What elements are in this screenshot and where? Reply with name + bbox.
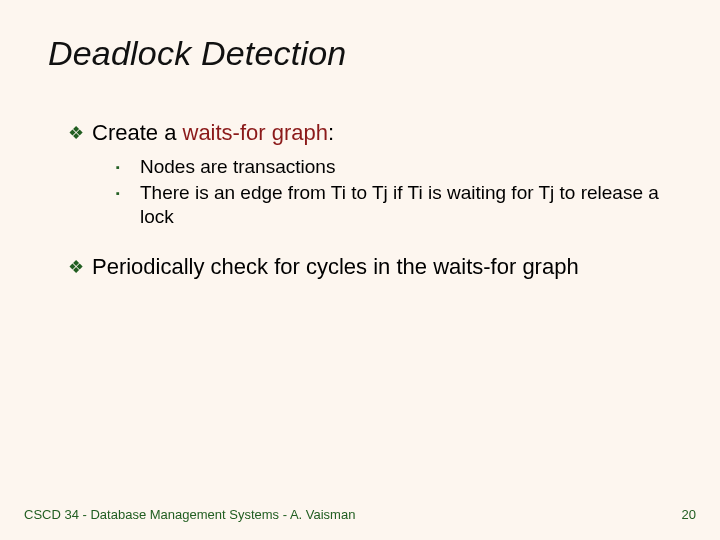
- sub-bullet-list: ▪ Nodes are transactions ▪ There is an e…: [116, 155, 672, 229]
- bullet-prefix: Periodically check for cycles in the wai…: [92, 254, 579, 279]
- footer-page-number: 20: [682, 507, 696, 522]
- footer-left: CSCD 34 - Database Management Systems - …: [24, 507, 355, 522]
- bullet-prefix: Create a: [92, 120, 183, 145]
- bullet-item: ❖ Create a waits-for graph: ▪ Nodes are …: [68, 119, 672, 229]
- bullet-text: Create a waits-for graph:: [92, 119, 334, 147]
- bullet-emphasis: waits-for graph: [183, 120, 329, 145]
- sub-bullet-text: Nodes are transactions: [140, 155, 335, 179]
- slide-title: Deadlock Detection: [48, 34, 672, 73]
- bullet-item: ❖ Periodically check for cycles in the w…: [68, 253, 672, 281]
- sub-bullet-text: There is an edge from Ti to Tj if Ti is …: [140, 181, 672, 229]
- slide-footer: CSCD 34 - Database Management Systems - …: [24, 507, 696, 522]
- bullet-row: ❖ Create a waits-for graph:: [68, 119, 672, 147]
- diamond-bullet-icon: ❖: [68, 253, 92, 281]
- sub-bullet-item: ▪ Nodes are transactions: [116, 155, 672, 179]
- slide: Deadlock Detection ❖ Create a waits-for …: [0, 0, 720, 540]
- bullet-text: Periodically check for cycles in the wai…: [92, 253, 579, 281]
- bullet-suffix: :: [328, 120, 334, 145]
- sub-bullet-item: ▪ There is an edge from Ti to Tj if Ti i…: [116, 181, 672, 229]
- diamond-bullet-icon: ❖: [68, 119, 92, 147]
- square-bullet-icon: ▪: [116, 181, 140, 205]
- square-bullet-icon: ▪: [116, 155, 140, 179]
- bullet-row: ❖ Periodically check for cycles in the w…: [68, 253, 672, 281]
